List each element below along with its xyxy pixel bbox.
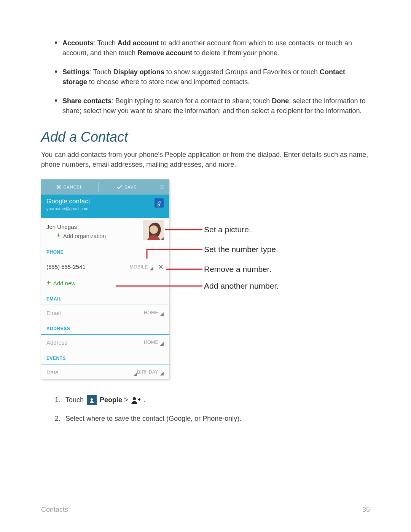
date-input[interactable]: Date [46,369,137,375]
steps-list: Touch People > . Select where to save th… [41,393,370,427]
account-banner[interactable]: Google contact yourname@gmail.com g [41,195,169,218]
overflow-menu-button[interactable] [155,185,169,189]
bullet-accounts: Accounts: Touch Add account to add anoth… [62,38,370,58]
intro-paragraph: You can add contacts from your phone's P… [41,150,370,169]
email-type-selector[interactable]: HOME [144,310,164,315]
step-2: Select where to save the contact (Google… [62,411,370,427]
plus-icon: + [46,278,51,287]
bullet-settings: Settings: Touch Display options to show … [62,67,370,87]
cancel-button[interactable]: CANCEL [41,185,98,189]
heading-add-a-contact: Add a Contact [41,129,370,145]
account-type-label: Google contact [46,198,164,205]
people-app-icon [87,395,97,405]
save-button[interactable]: SAVE [99,185,156,189]
dropdown-icon [160,372,164,375]
section-address-label: ADDRESS [41,321,169,335]
close-icon [56,185,61,189]
dropdown-icon [133,372,137,376]
section-phone-label: PHONE [41,244,169,258]
email-row: Email HOME [41,305,169,321]
add-contact-figure: CANCEL SAVE Google contact yourname@gmai… [41,179,330,381]
annotation-set-number-type: Set the number type. [204,245,278,254]
option-bullets: Accounts: Touch Add account to add anoth… [41,38,370,116]
annotation-add-number: Add another number. [204,281,279,291]
section-events-label: EVENTS [41,350,169,364]
add-new-phone-button[interactable]: +Add new [41,276,169,291]
check-icon [117,185,122,189]
accounts-label: Accounts [62,39,94,47]
page-footer: Contacts 35 [41,506,370,514]
step-1: Touch People > . [62,393,370,408]
svg-point-4 [133,397,136,400]
remove-number-button[interactable]: ✕ [158,263,164,271]
footer-page-number: 35 [362,506,370,514]
dropdown-icon [150,267,153,270]
annotation-remove-number: Remove a number. [204,265,271,274]
address-row: Address HOME [41,335,169,350]
plus-icon: + [56,231,61,240]
event-row: Date BIRHDAY [41,364,169,380]
add-contact-icon [131,396,140,404]
action-bar: CANCEL SAVE [41,179,169,195]
phone-frame: CANCEL SAVE Google contact yourname@gmai… [41,179,169,379]
bullet-share: Share contacts: Begin typing to search f… [62,96,370,116]
people-label: People [100,396,122,404]
dropdown-icon [160,342,164,346]
phone-number-row: (555) 555-2541 MOBILE ✕ [41,258,169,276]
annotation-set-picture: Set a picture. [204,225,251,234]
footer-section: Contacts [41,506,68,514]
google-icon: g [155,198,164,208]
phone-number-input[interactable]: (555) 555-2541 [46,264,130,270]
dropdown-icon [160,312,164,316]
email-input[interactable]: Email [46,310,144,316]
account-email: yourname@gmail.com [46,206,164,211]
address-input[interactable]: Address [46,339,144,346]
section-email-label: EMAIL [41,291,169,305]
settings-label: Settings [62,68,89,76]
event-type-selector[interactable]: BIRHDAY [137,369,164,375]
name-field[interactable]: Jen Uriegas [41,218,169,232]
svg-point-3 [91,398,93,401]
share-label: Share contacts [62,97,112,105]
address-type-selector[interactable]: HOME [144,340,164,345]
phone-type-selector[interactable]: MOBILE [130,264,153,270]
add-organization-button[interactable]: +Add organization [41,232,169,244]
